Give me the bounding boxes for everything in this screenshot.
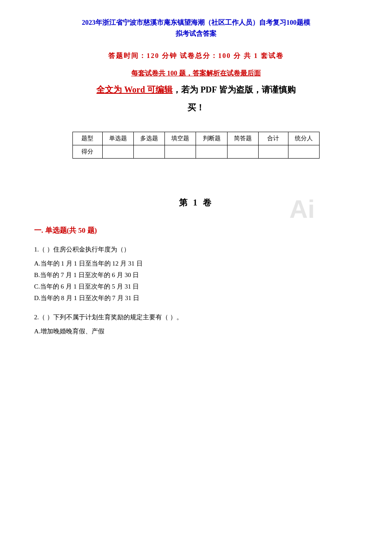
word-editable-line2: 买！ — [34, 101, 358, 114]
highlight-text: 每套试卷共 100 题，答案解析在试卷最后面 — [131, 69, 261, 77]
volume-title: 第 1 卷 — [179, 198, 213, 207]
editable-black: ，若为 PDF 皆为盗版，请谨慎购 — [173, 85, 295, 94]
col-header-single: 单选题 — [102, 132, 133, 145]
editable-line2: 买！ — [187, 103, 205, 112]
col-header-judge: 判断题 — [196, 132, 227, 145]
title-section: 2023年浙江省宁波市慈溪市庵东镇望海潮（社区工作人员）自考复习100题模 拟考… — [34, 17, 358, 39]
col-header-total: 合计 — [258, 132, 288, 145]
question-1-text: 1.（ ）住房公积金执行年度为（） — [34, 244, 358, 255]
main-title-line1: 2023年浙江省宁波市慈溪市庵东镇望海潮（社区工作人员）自考复习100题模 — [82, 19, 310, 26]
table-row-header: 题型 单选题 多选题 填空题 判断题 简答题 合计 统分人 — [73, 132, 320, 145]
score-table-wrapper: 题型 单选题 多选题 填空题 判断题 简答题 合计 统分人 得分 — [34, 119, 358, 171]
page-wrapper: Ai 2023年浙江省宁波市慈溪市庵东镇望海潮（社区工作人员）自考复习100题模… — [34, 17, 358, 337]
question-2-text: 2.（ ）下列不属于计划生育奖励的规定主要有（ ）。 — [34, 312, 358, 323]
word-editable-line: 全文为 Word 可编辑，若为 PDF 皆为盗版，请谨慎购 — [34, 83, 358, 96]
question-1-option-a: A.当年的 1 月 1 日至当年的 12 月 31 日 — [34, 258, 358, 269]
question-2: 2.（ ）下列不属于计划生育奖励的规定主要有（ ）。 A.增加晚婚晚育假、产假 — [34, 312, 358, 337]
col-header-multi: 多选题 — [133, 132, 164, 145]
exam-info: 答题时间：120 分钟 试卷总分：100 分 共 1 套试卷 — [34, 52, 358, 61]
question-1: 1.（ ）住房公积金执行年度为（） A.当年的 1 月 1 日至当年的 12 月… — [34, 244, 358, 304]
col-header-type: 题型 — [73, 132, 103, 145]
main-title: 2023年浙江省宁波市慈溪市庵东镇望海潮（社区工作人员）自考复习100题模 拟考… — [34, 17, 358, 39]
question-1-option-d: D.当年的 8 月 1 日至次年的 7 月 31 日 — [34, 292, 358, 304]
col-score-judge — [196, 145, 227, 159]
question-1-option-b: B.当年的 7 月 1 日至次年的 6 月 30 日 — [34, 269, 358, 281]
editable-red: 全文为 Word 可编辑 — [96, 85, 173, 94]
section-title: 一. 单选题(共 50 题) — [34, 225, 358, 235]
col-score-multi — [133, 145, 164, 159]
section-title-text: 一. 单选题(共 50 题) — [34, 226, 97, 234]
main-title-line2: 拟考试含答案 — [176, 30, 216, 37]
col-score-scorer — [288, 145, 319, 159]
col-header-fill: 填空题 — [165, 132, 196, 145]
volume-divider: 第 1 卷 — [34, 197, 358, 208]
question-1-option-c: C.当年的 6 月 1 日至次年的 5 月 31 日 — [34, 281, 358, 292]
col-score-single — [102, 145, 133, 159]
highlight-line: 每套试卷共 100 题，答案解析在试卷最后面 — [34, 69, 358, 78]
col-score-short — [227, 145, 258, 159]
exam-info-text: 答题时间：120 分钟 试卷总分：100 分 共 1 套试卷 — [108, 52, 284, 59]
col-score-fill — [165, 145, 196, 159]
score-table: 题型 单选题 多选题 填空题 判断题 简答题 合计 统分人 得分 — [72, 132, 320, 159]
col-score-label: 得分 — [73, 145, 103, 159]
question-2-option-a: A.增加晚婚晚育假、产假 — [34, 326, 358, 337]
col-header-short: 简答题 — [227, 132, 258, 145]
table-row-score: 得分 — [73, 145, 320, 159]
col-header-scorer: 统分人 — [288, 132, 319, 145]
col-score-total — [258, 145, 288, 159]
